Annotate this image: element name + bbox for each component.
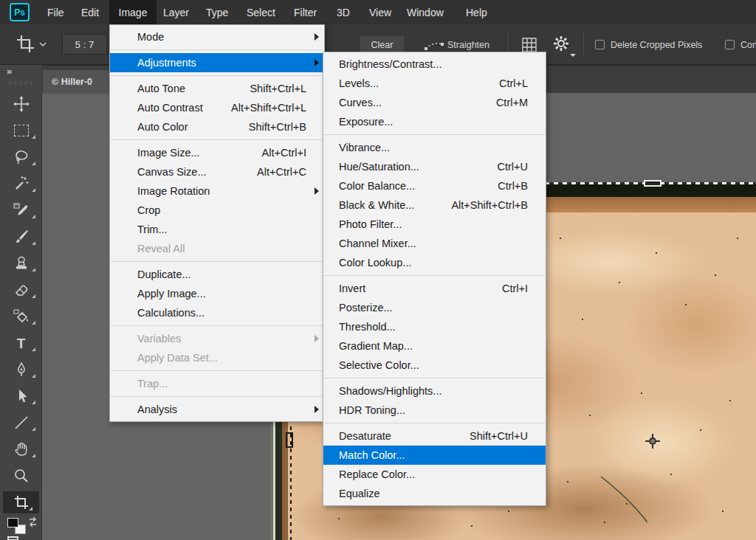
menu-item-vibrance[interactable]: Vibrance... (323, 138, 546, 157)
menu-item-match-color[interactable]: Match Color... (323, 446, 546, 465)
menu-item-label: Adjustments (137, 57, 196, 69)
menu-bar: Ps File Edit Image Layer Type Select Fil… (0, 0, 756, 24)
menu-item-label: Calculations... (137, 307, 205, 319)
menu-item-hue-saturation[interactable]: Hue/Saturation...Ctrl+U (323, 157, 546, 176)
content-aware-label[interactable]: Cont (740, 24, 756, 65)
menu-separator (324, 423, 545, 423)
menu-view[interactable]: View (365, 0, 396, 24)
menu-item-shortcut: Alt+Shift+Ctrl+B (451, 199, 537, 211)
swap-colors-icon[interactable] (27, 516, 38, 528)
menu-item-auto-contrast[interactable]: Auto ContrastAlt+Shift+Ctrl+L (110, 98, 324, 117)
tool-lasso[interactable] (0, 146, 42, 168)
straighten-icon[interactable] (424, 39, 444, 52)
menu-separator (111, 396, 323, 397)
menu-item-label: Image Rotation (137, 185, 210, 197)
menu-item-threshold[interactable]: Threshold... (323, 317, 546, 336)
menu-item-exposure[interactable]: Exposure... (323, 112, 546, 131)
menu-item-adjustments[interactable]: Adjustments (110, 53, 324, 72)
menu-item-posterize[interactable]: Posterize... (323, 298, 546, 317)
tool-brush[interactable] (0, 226, 42, 248)
foreground-color-swatch[interactable] (7, 518, 18, 527)
tool-eyedropper[interactable] (0, 199, 42, 221)
content-aware-checkbox[interactable] (725, 40, 735, 49)
menu-item-brightness-contrast[interactable]: Brightness/Contrast... (323, 55, 546, 74)
menu-item-image-size[interactable]: Image Size...Alt+Ctrl+I (110, 143, 324, 162)
menu-select[interactable]: Select (242, 0, 280, 24)
menu-item-label: Canvas Size... (137, 166, 207, 178)
tool-line[interactable] (0, 412, 42, 434)
menu-item-invert[interactable]: InvertCtrl+I (323, 279, 546, 298)
menu-item-black-white[interactable]: Black & White...Alt+Shift+Ctrl+B (323, 195, 546, 215)
menu-help[interactable]: Help (461, 0, 492, 24)
crop-ratio-field[interactable]: 5 : 7 (62, 34, 107, 55)
delete-cropped-pixels-label[interactable]: Delete Cropped Pixels (611, 24, 702, 65)
menu-item-desaturate[interactable]: DesaturateShift+Ctrl+U (323, 426, 546, 446)
menu-type[interactable]: Type (202, 0, 233, 24)
menu-item-mode[interactable]: Mode (110, 27, 324, 46)
tool-pen[interactable] (0, 359, 42, 381)
menu-item-shadows-highlights[interactable]: Shadows/Highlights... (323, 381, 546, 401)
menu-item-equalize[interactable]: Equalize (323, 484, 546, 503)
menu-image[interactable]: Image (109, 0, 157, 24)
menu-file[interactable]: File (43, 0, 69, 24)
menu-item-label: Gradient Map... (339, 340, 413, 352)
photoshop-logo: Ps (10, 3, 30, 21)
eyedropper-icon (13, 201, 30, 219)
menu-item-color-lookup[interactable]: Color Lookup... (323, 253, 546, 272)
delete-cropped-pixels-checkbox[interactable] (595, 40, 605, 49)
menu-item-auto-tone[interactable]: Auto ToneShift+Ctrl+L (110, 79, 324, 98)
menu-item-hdr-toning[interactable]: HDR Toning... (323, 401, 546, 420)
tool-hand[interactable] (0, 438, 42, 460)
menu-edit[interactable]: Edit (77, 0, 103, 24)
menu-item-color-balance[interactable]: Color Balance...Ctrl+B (323, 176, 546, 195)
crop-tool-icon[interactable] (15, 34, 35, 53)
menu-item-trim[interactable]: Trim... (110, 220, 324, 239)
collapse-panel-icon[interactable]: » (7, 66, 11, 77)
gear-caret-icon[interactable] (570, 54, 576, 57)
chevron-down-icon[interactable] (38, 41, 47, 47)
menu-separator (111, 139, 323, 140)
menu-item-canvas-size[interactable]: Canvas Size...Alt+Ctrl+C (110, 162, 324, 181)
menu-item-photo-filter[interactable]: Photo Filter... (323, 215, 546, 234)
tool-magic-wand[interactable] (0, 173, 42, 195)
menu-item-duplicate[interactable]: Duplicate... (110, 265, 324, 284)
tool-eraser[interactable] (0, 279, 42, 301)
menu-item-analysis[interactable]: Analysis (110, 400, 324, 419)
tool-clone-stamp[interactable] (0, 252, 42, 274)
menu-item-levels[interactable]: Levels...Ctrl+L (323, 74, 546, 93)
crop-handle-left[interactable] (286, 432, 293, 448)
tool-crop[interactable] (3, 491, 39, 513)
menu-item-curves[interactable]: Curves...Ctrl+M (323, 93, 546, 112)
menu-item-channel-mixer[interactable]: Channel Mixer... (323, 234, 546, 253)
menu-item-label: Threshold... (339, 321, 396, 333)
menu-item-label: Shadows/Highlights... (339, 385, 441, 397)
photo-scratch-line (599, 472, 653, 525)
gear-icon[interactable] (552, 35, 570, 52)
menu-item-auto-color[interactable]: Auto ColorShift+Ctrl+B (110, 117, 324, 136)
tool-paint-bucket[interactable] (0, 305, 42, 328)
menu-item-image-rotation[interactable]: Image Rotation (110, 181, 324, 201)
menu-item-apply-image[interactable]: Apply Image... (110, 284, 324, 303)
tool-move[interactable] (0, 93, 42, 115)
menu-item-shortcut: Alt+Shift+Ctrl+L (231, 102, 315, 114)
menu-layer[interactable]: Layer (159, 0, 193, 24)
tool-zoom[interactable] (0, 465, 42, 487)
menu-item-label: Channel Mixer... (339, 238, 416, 249)
menu-item-replace-color[interactable]: Replace Color... (323, 465, 546, 484)
tool-path-selection[interactable] (0, 385, 42, 407)
menu-item-label: Color Balance... (339, 180, 415, 192)
menu-window[interactable]: Window (402, 0, 448, 24)
tool-rectangular-marquee[interactable] (0, 120, 42, 142)
menu-item-crop[interactable]: Crop (110, 201, 324, 220)
menu-item-label: Exposure... (339, 116, 393, 128)
menu-item-label: Equalize (339, 488, 380, 499)
menu-filter[interactable]: Filter (289, 0, 321, 24)
menu-item-gradient-map[interactable]: Gradient Map... (323, 336, 546, 356)
menu-item-label: Reveal All (137, 243, 185, 255)
menu-item-calculations[interactable]: Calculations... (110, 303, 324, 322)
tool-type[interactable]: T (0, 332, 42, 354)
menu-3d[interactable]: 3D (332, 0, 354, 24)
crop-handle-top[interactable] (644, 180, 662, 187)
menu-item-selective-color[interactable]: Selective Color... (323, 356, 546, 375)
crosshair-cursor (645, 433, 661, 449)
